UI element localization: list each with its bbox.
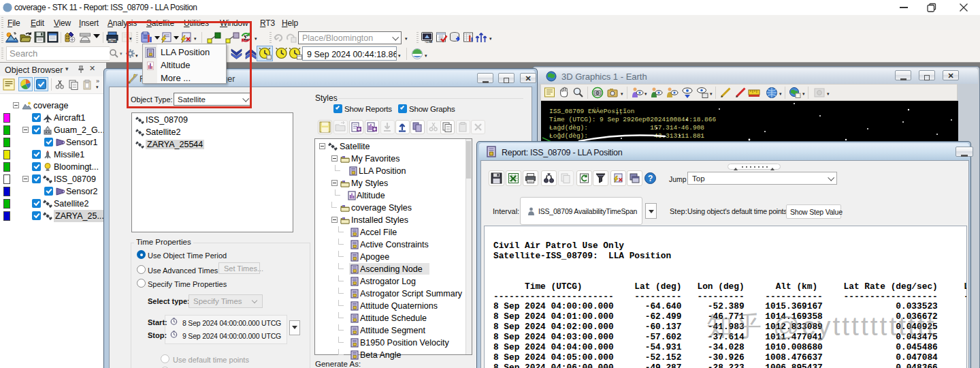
- svg-text:HTML: HTML: [109, 40, 118, 43]
- svg-text:?: ?: [648, 174, 653, 183]
